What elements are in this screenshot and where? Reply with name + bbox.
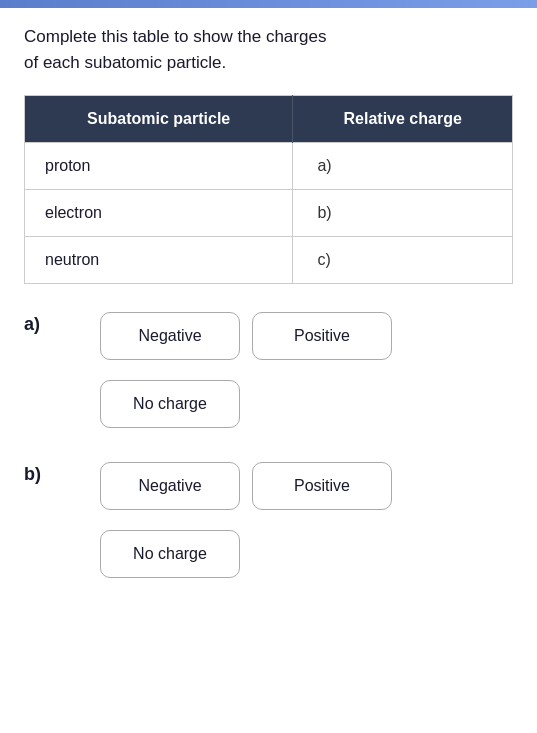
answer-a-buttons: Negative Positive No charge (64, 312, 392, 438)
answer-a-negative-button[interactable]: Negative (100, 312, 240, 360)
col-header-particle: Subatomic particle (25, 96, 293, 143)
charge-label-c: c) (293, 237, 513, 284)
table-row: electron b) (25, 190, 513, 237)
answer-a-positive-button[interactable]: Positive (252, 312, 392, 360)
particle-name-electron: electron (25, 190, 293, 237)
answer-a-nocharge-button[interactable]: No charge (100, 380, 240, 428)
table-row: proton a) (25, 143, 513, 190)
particle-name-neutron: neutron (25, 237, 293, 284)
charge-label-a: a) (293, 143, 513, 190)
table-row: neutron c) (25, 237, 513, 284)
answer-b-row-2: No charge (100, 530, 392, 578)
charge-label-b: b) (293, 190, 513, 237)
answer-section-a: a) Negative Positive No charge (24, 312, 513, 438)
answer-a-row-2: No charge (100, 380, 392, 428)
col-header-charge: Relative charge (293, 96, 513, 143)
answer-b-row-1: Negative Positive (100, 462, 392, 510)
instruction-text: Complete this table to show the charges … (24, 24, 513, 75)
answer-section-b: b) Negative Positive No charge (24, 462, 513, 588)
answer-b-nocharge-button[interactable]: No charge (100, 530, 240, 578)
answer-b-negative-button[interactable]: Negative (100, 462, 240, 510)
particle-name-proton: proton (25, 143, 293, 190)
answer-b-positive-button[interactable]: Positive (252, 462, 392, 510)
answer-b-buttons: Negative Positive No charge (64, 462, 392, 588)
answer-label-b: b) (24, 462, 52, 485)
answer-a-row-1: Negative Positive (100, 312, 392, 360)
subatomic-table: Subatomic particle Relative charge proto… (24, 95, 513, 284)
top-bar (0, 0, 537, 8)
answer-label-a: a) (24, 312, 52, 335)
